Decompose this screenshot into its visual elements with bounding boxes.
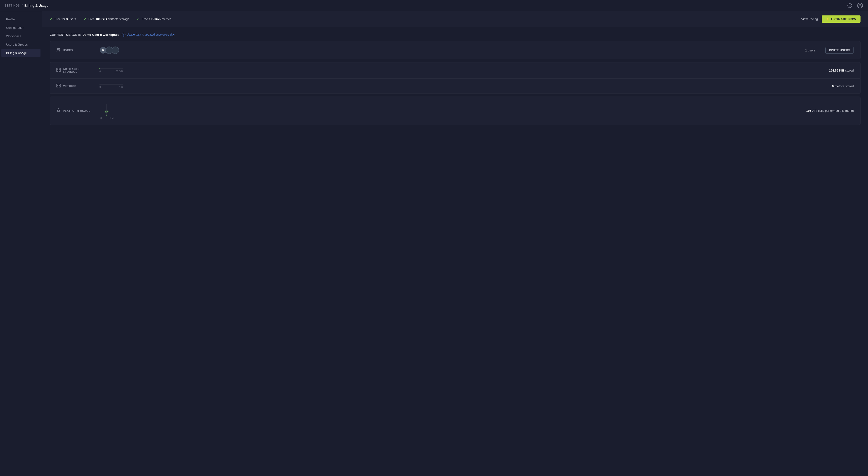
users-label: USERS bbox=[56, 48, 94, 53]
promo-text-1: Free for 3 users bbox=[55, 17, 76, 21]
svg-rect-12 bbox=[57, 86, 58, 87]
sidebar-item-users-groups[interactable]: Users & Groups bbox=[1, 40, 40, 48]
storage-metrics-card: ARTIFACTS STORAGE 0 100 GiB 194.56 KiB bbox=[50, 62, 861, 94]
svg-point-5 bbox=[59, 48, 60, 50]
platform-unit: API calls performed this month bbox=[812, 109, 854, 112]
section-header: CURRENT USAGE IN Demo User's workspace i… bbox=[50, 33, 861, 36]
info-icon: i bbox=[122, 33, 125, 36]
promo-actions: View Pricing ⚡ UPGRADE NOW bbox=[801, 15, 861, 23]
artifacts-bar-min: 0 bbox=[99, 70, 101, 73]
page-title: Billing & Usage bbox=[24, 4, 49, 7]
users-label-text: USERS bbox=[63, 49, 73, 52]
sidebar-item-label: Configuration bbox=[6, 26, 24, 30]
svg-rect-10 bbox=[57, 84, 58, 85]
artifacts-stat: 194.56 KiB stored bbox=[829, 69, 854, 72]
platform-bar-min: 0 bbox=[100, 117, 102, 120]
artifacts-row: ARTIFACTS STORAGE 0 100 GiB 194.56 KiB bbox=[50, 62, 860, 78]
platform-label: PLATFORM USAGE bbox=[56, 108, 94, 113]
svg-rect-11 bbox=[59, 84, 60, 85]
section-title: CURRENT USAGE IN Demo User's workspace bbox=[50, 33, 119, 36]
metrics-label-text: METRICS bbox=[63, 84, 76, 88]
metrics-bar-min: 0 bbox=[99, 86, 101, 89]
settings-link[interactable]: SETTINGS bbox=[5, 4, 20, 7]
users-stat: 1 users bbox=[805, 48, 815, 52]
platform-axis: 0 1 M bbox=[100, 117, 114, 120]
view-pricing-button[interactable]: View Pricing bbox=[801, 17, 818, 21]
lightning-icon: ⚡ bbox=[826, 17, 830, 21]
artifacts-unit: stored bbox=[845, 69, 854, 72]
sidebar-item-configuration[interactable]: Configuration bbox=[1, 24, 40, 32]
sidebar-item-label: Users & Groups bbox=[6, 43, 28, 46]
breadcrumb-separator: / bbox=[22, 4, 23, 7]
artifacts-bar-labels: 0 100 GiB bbox=[99, 70, 123, 73]
check-icon-1: ✓ bbox=[50, 17, 53, 21]
artifacts-bar-area: 0 100 GiB bbox=[99, 68, 123, 73]
section-info: i Usage data is updated once every day. bbox=[122, 33, 175, 36]
layout: Profile Configuration Workspace Users & … bbox=[0, 11, 868, 476]
users-unit: users bbox=[808, 48, 815, 52]
users-count: 1 bbox=[805, 48, 807, 52]
metrics-bar-labels: 0 1 G bbox=[99, 86, 123, 89]
promo-banner: ✓ Free for 3 users ✓ Free 100 GiB artifa… bbox=[42, 11, 868, 27]
check-icon-3: ✓ bbox=[137, 17, 140, 21]
platform-label-text: PLATFORM USAGE bbox=[63, 109, 91, 112]
artifacts-bar-track bbox=[99, 68, 123, 69]
metrics-label: METRICS bbox=[56, 84, 94, 89]
artifacts-icon bbox=[56, 68, 61, 73]
topbar: SETTINGS / Billing & Usage ? bbox=[0, 0, 868, 11]
promo-text-3: Free 1 Billion metrics bbox=[142, 17, 171, 21]
platform-bar-value-label: 105 bbox=[104, 110, 108, 113]
promo-item-metrics: ✓ Free 1 Billion metrics bbox=[137, 17, 171, 21]
svg-rect-13 bbox=[59, 86, 60, 87]
invite-users-button[interactable]: INVITE USERS bbox=[826, 47, 854, 54]
topbar-icons: ? bbox=[846, 2, 863, 9]
platform-icon bbox=[56, 108, 61, 113]
check-icon-2: ✓ bbox=[84, 17, 87, 21]
metrics-unit: metrics stored bbox=[835, 84, 854, 88]
main-content: ✓ Free for 3 users ✓ Free 100 GiB artifa… bbox=[42, 11, 868, 476]
avatar-group: R bbox=[99, 46, 123, 54]
users-card: USERS R 1 users INVITE USERS bbox=[50, 41, 861, 59]
sidebar-item-label: Profile bbox=[6, 18, 15, 21]
svg-rect-6 bbox=[57, 68, 58, 70]
metrics-value: 0 bbox=[832, 84, 834, 88]
user-avatar[interactable] bbox=[857, 2, 863, 9]
avatar-placeholder-2 bbox=[112, 46, 119, 54]
sidebar: Profile Configuration Workspace Users & … bbox=[0, 11, 42, 476]
users-icon bbox=[56, 48, 61, 53]
info-text: Usage data is updated once every day. bbox=[127, 33, 175, 36]
upgrade-now-button[interactable]: ⚡ UPGRADE NOW bbox=[822, 15, 861, 23]
artifacts-bar-max: 100 GiB bbox=[115, 70, 123, 73]
sidebar-item-billing-usage[interactable]: Billing & Usage bbox=[1, 49, 40, 57]
artifacts-value: 194.56 KiB bbox=[829, 69, 844, 72]
platform-value: 105 bbox=[806, 109, 811, 112]
platform-bar-track: 105 bbox=[106, 104, 107, 116]
metrics-icon bbox=[56, 84, 61, 89]
platform-row: PLATFORM USAGE 105 0 1 M bbox=[50, 97, 860, 125]
sidebar-item-workspace[interactable]: Workspace bbox=[1, 32, 40, 40]
metrics-bar-max: 1 G bbox=[119, 86, 123, 89]
upgrade-label: UPGRADE NOW bbox=[831, 17, 856, 21]
help-icon[interactable]: ? bbox=[846, 2, 853, 9]
artifacts-label: ARTIFACTS STORAGE bbox=[56, 68, 94, 73]
metrics-stat: 0 metrics stored bbox=[832, 84, 854, 88]
platform-bar-max: 1 M bbox=[110, 117, 114, 120]
metrics-row: METRICS 0 1 G 0 metrics stored bbox=[50, 78, 860, 94]
sidebar-item-label: Workspace bbox=[6, 34, 21, 38]
svg-text:?: ? bbox=[849, 4, 851, 7]
platform-card: PLATFORM USAGE 105 0 1 M bbox=[50, 97, 861, 125]
metrics-bar-area: 0 1 G bbox=[99, 84, 123, 89]
svg-rect-7 bbox=[59, 68, 60, 70]
metrics-bar-track bbox=[99, 84, 123, 85]
sidebar-item-profile[interactable]: Profile bbox=[1, 15, 40, 23]
promo-text-2: Free 100 GiB artifacts storage bbox=[89, 17, 129, 21]
platform-bar-container: 105 0 1 M bbox=[99, 104, 118, 120]
users-row: USERS R 1 users INVITE USERS bbox=[50, 41, 860, 59]
svg-point-4 bbox=[57, 48, 59, 50]
svg-rect-8 bbox=[57, 70, 58, 72]
artifacts-label-text: ARTIFACTS STORAGE bbox=[63, 68, 94, 73]
promo-item-users: ✓ Free for 3 users bbox=[50, 17, 76, 21]
content-area: CURRENT USAGE IN Demo User's workspace i… bbox=[42, 27, 868, 133]
platform-bar-fill bbox=[106, 115, 107, 116]
platform-stat: 105 API calls performed this month bbox=[806, 109, 854, 112]
